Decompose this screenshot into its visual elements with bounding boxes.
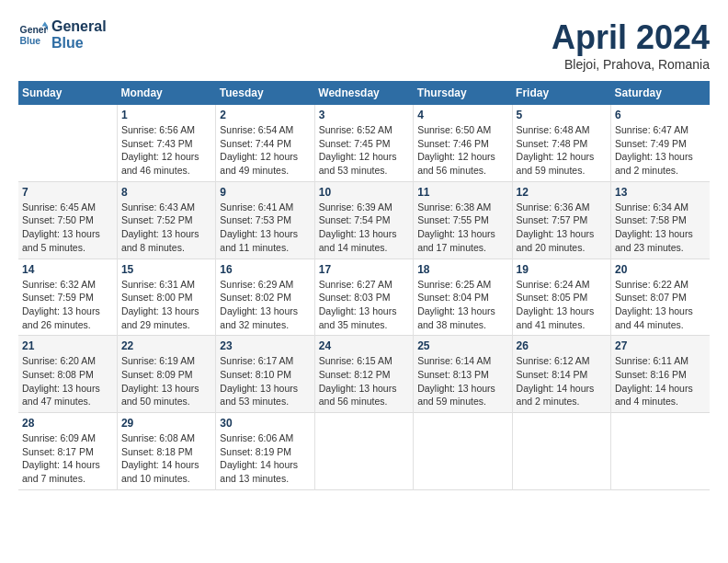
- day-number: 9: [220, 186, 310, 199]
- calendar-cell: 21Sunrise: 6:20 AM Sunset: 8:08 PM Dayli…: [18, 336, 117, 413]
- day-number: 24: [319, 339, 409, 352]
- month-title: April 2024: [552, 18, 710, 57]
- calendar-cell: 17Sunrise: 6:27 AM Sunset: 8:03 PM Dayli…: [314, 259, 413, 336]
- calendar-week-1: 1Sunrise: 6:56 AM Sunset: 7:43 PM Daylig…: [18, 105, 710, 181]
- header-friday: Friday: [512, 81, 610, 105]
- day-info: Sunrise: 6:11 AM Sunset: 8:16 PM Dayligh…: [615, 354, 706, 408]
- calendar-cell: [611, 413, 710, 490]
- day-number: 8: [121, 186, 211, 199]
- day-info: Sunrise: 6:12 AM Sunset: 8:14 PM Dayligh…: [517, 354, 607, 408]
- calendar-cell: 13Sunrise: 6:34 AM Sunset: 7:58 PM Dayli…: [611, 181, 710, 259]
- calendar-cell: 28Sunrise: 6:09 AM Sunset: 8:17 PM Dayli…: [18, 413, 117, 490]
- logo-text-line2: Blue: [51, 35, 107, 52]
- day-info: Sunrise: 6:22 AM Sunset: 8:07 PM Dayligh…: [615, 278, 706, 332]
- calendar-cell: 4Sunrise: 6:50 AM Sunset: 7:46 PM Daylig…: [414, 105, 512, 181]
- calendar-cell: [414, 413, 512, 490]
- day-number: 27: [615, 339, 706, 352]
- title-block: April 2024 Blejoi, Prahova, Romania: [552, 18, 710, 72]
- day-number: 3: [319, 109, 409, 121]
- calendar-cell: 1Sunrise: 6:56 AM Sunset: 7:43 PM Daylig…: [117, 105, 215, 181]
- calendar-cell: 23Sunrise: 6:17 AM Sunset: 8:10 PM Dayli…: [216, 336, 314, 413]
- calendar-cell: 22Sunrise: 6:19 AM Sunset: 8:09 PM Dayli…: [117, 336, 215, 413]
- calendar-week-3: 14Sunrise: 6:32 AM Sunset: 7:59 PM Dayli…: [18, 259, 710, 336]
- day-info: Sunrise: 6:25 AM Sunset: 8:04 PM Dayligh…: [417, 278, 507, 332]
- day-number: 22: [121, 339, 211, 352]
- day-number: 26: [517, 339, 607, 352]
- day-info: Sunrise: 6:43 AM Sunset: 7:52 PM Dayligh…: [121, 201, 211, 255]
- calendar-body: 1Sunrise: 6:56 AM Sunset: 7:43 PM Daylig…: [18, 105, 710, 489]
- day-info: Sunrise: 6:19 AM Sunset: 8:09 PM Dayligh…: [121, 354, 211, 408]
- day-number: 30: [220, 417, 310, 430]
- day-number: 20: [615, 263, 706, 276]
- day-number: 4: [417, 109, 507, 121]
- day-info: Sunrise: 6:50 AM Sunset: 7:46 PM Dayligh…: [417, 123, 507, 178]
- location-subtitle: Blejoi, Prahova, Romania: [552, 57, 710, 72]
- calendar-cell: 10Sunrise: 6:39 AM Sunset: 7:54 PM Dayli…: [314, 181, 413, 259]
- day-number: 23: [220, 339, 310, 352]
- day-number: 12: [517, 186, 607, 199]
- weekday-header-row: Sunday Monday Tuesday Wednesday Thursday…: [18, 81, 710, 105]
- day-number: 16: [220, 263, 310, 276]
- calendar-cell: 16Sunrise: 6:29 AM Sunset: 8:02 PM Dayli…: [216, 259, 314, 336]
- day-number: 19: [517, 263, 607, 276]
- calendar-cell: 15Sunrise: 6:31 AM Sunset: 8:00 PM Dayli…: [117, 259, 215, 336]
- day-info: Sunrise: 6:41 AM Sunset: 7:53 PM Dayligh…: [220, 201, 310, 255]
- calendar-cell: 25Sunrise: 6:14 AM Sunset: 8:13 PM Dayli…: [414, 336, 512, 413]
- day-number: 13: [615, 186, 706, 199]
- calendar-cell: 11Sunrise: 6:38 AM Sunset: 7:55 PM Dayli…: [414, 181, 512, 259]
- calendar-cell: 7Sunrise: 6:45 AM Sunset: 7:50 PM Daylig…: [18, 181, 117, 259]
- day-info: Sunrise: 6:27 AM Sunset: 8:03 PM Dayligh…: [319, 278, 409, 332]
- calendar-table: Sunday Monday Tuesday Wednesday Thursday…: [18, 81, 710, 490]
- day-number: 7: [22, 186, 113, 199]
- calendar-cell: 20Sunrise: 6:22 AM Sunset: 8:07 PM Dayli…: [611, 259, 710, 336]
- calendar-week-5: 28Sunrise: 6:09 AM Sunset: 8:17 PM Dayli…: [18, 413, 710, 490]
- day-number: 6: [615, 109, 706, 121]
- day-info: Sunrise: 6:54 AM Sunset: 7:44 PM Dayligh…: [220, 123, 310, 178]
- header-wednesday: Wednesday: [314, 81, 413, 105]
- day-info: Sunrise: 6:38 AM Sunset: 7:55 PM Dayligh…: [417, 201, 507, 255]
- day-number: 11: [417, 186, 507, 199]
- calendar-cell: 14Sunrise: 6:32 AM Sunset: 7:59 PM Dayli…: [18, 259, 117, 336]
- day-info: Sunrise: 6:20 AM Sunset: 8:08 PM Dayligh…: [22, 354, 113, 408]
- calendar-week-2: 7Sunrise: 6:45 AM Sunset: 7:50 PM Daylig…: [18, 181, 710, 259]
- day-info: Sunrise: 6:29 AM Sunset: 8:02 PM Dayligh…: [220, 278, 310, 332]
- day-number: 17: [319, 263, 409, 276]
- day-info: Sunrise: 6:48 AM Sunset: 7:48 PM Dayligh…: [517, 123, 607, 178]
- day-info: Sunrise: 6:06 AM Sunset: 8:19 PM Dayligh…: [220, 431, 310, 486]
- day-number: 25: [417, 339, 507, 352]
- calendar-cell: 9Sunrise: 6:41 AM Sunset: 7:53 PM Daylig…: [216, 181, 314, 259]
- calendar-cell: [18, 105, 117, 181]
- calendar-cell: 26Sunrise: 6:12 AM Sunset: 8:14 PM Dayli…: [512, 336, 610, 413]
- day-info: Sunrise: 6:31 AM Sunset: 8:00 PM Dayligh…: [121, 278, 211, 332]
- day-number: 1: [121, 109, 211, 121]
- day-number: 5: [517, 109, 607, 121]
- calendar-cell: 3Sunrise: 6:52 AM Sunset: 7:45 PM Daylig…: [314, 105, 413, 181]
- day-info: Sunrise: 6:15 AM Sunset: 8:12 PM Dayligh…: [319, 354, 409, 408]
- header-saturday: Saturday: [611, 81, 710, 105]
- day-info: Sunrise: 6:14 AM Sunset: 8:13 PM Dayligh…: [417, 354, 507, 408]
- day-number: 18: [417, 263, 507, 276]
- header: General Blue General Blue April 2024 Ble…: [18, 18, 710, 72]
- day-info: Sunrise: 6:08 AM Sunset: 8:18 PM Dayligh…: [121, 431, 211, 486]
- calendar-cell: 24Sunrise: 6:15 AM Sunset: 8:12 PM Dayli…: [314, 336, 413, 413]
- day-info: Sunrise: 6:36 AM Sunset: 7:57 PM Dayligh…: [517, 201, 607, 255]
- logo-icon: General Blue: [18, 20, 48, 50]
- day-number: 29: [121, 417, 211, 430]
- day-number: 15: [121, 263, 211, 276]
- calendar-cell: 19Sunrise: 6:24 AM Sunset: 8:05 PM Dayli…: [512, 259, 610, 336]
- day-info: Sunrise: 6:32 AM Sunset: 7:59 PM Dayligh…: [22, 278, 113, 332]
- day-number: 10: [319, 186, 409, 199]
- svg-text:Blue: Blue: [20, 36, 41, 46]
- header-monday: Monday: [117, 81, 215, 105]
- header-sunday: Sunday: [18, 81, 117, 105]
- day-number: 14: [22, 263, 113, 276]
- day-info: Sunrise: 6:39 AM Sunset: 7:54 PM Dayligh…: [319, 201, 409, 255]
- header-tuesday: Tuesday: [216, 81, 314, 105]
- svg-marker-2: [42, 21, 48, 26]
- calendar-cell: [314, 413, 413, 490]
- day-number: 28: [22, 417, 113, 430]
- day-info: Sunrise: 6:09 AM Sunset: 8:17 PM Dayligh…: [22, 431, 113, 486]
- day-number: 2: [220, 109, 310, 121]
- calendar-cell: 6Sunrise: 6:47 AM Sunset: 7:49 PM Daylig…: [611, 105, 710, 181]
- calendar-cell: 29Sunrise: 6:08 AM Sunset: 8:18 PM Dayli…: [117, 413, 215, 490]
